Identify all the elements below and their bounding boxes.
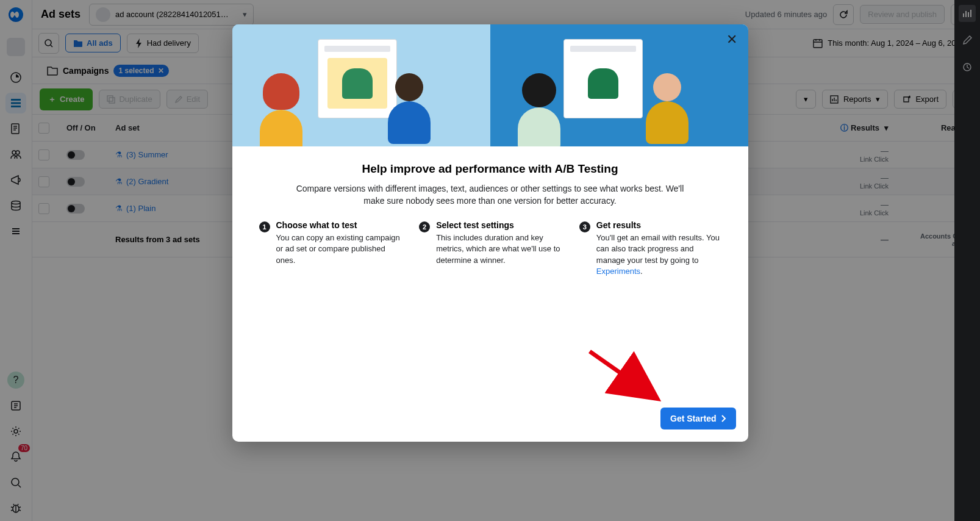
modal-steps: 1 Choose what to test You can copy an ex… — [259, 220, 721, 277]
ab-test-modal: ✕ Help improve ad performance with A/B T… — [232, 24, 748, 442]
get-started-button[interactable]: Get Started — [660, 408, 735, 429]
step-number-icon: 1 — [259, 221, 270, 232]
modal-desc: Compare versions with different images, … — [286, 183, 695, 207]
step-1: 1 Choose what to test You can copy an ex… — [259, 220, 401, 277]
chevron-right-icon — [721, 415, 726, 422]
step-3-body: You'll get an email with results. You ca… — [596, 232, 721, 277]
step-3: 3 Get results You'll get an email with r… — [579, 220, 721, 277]
modal-title: Help improve ad performance with A/B Tes… — [259, 162, 721, 176]
experiments-link[interactable]: Experiments — [596, 267, 640, 276]
close-button[interactable]: ✕ — [723, 31, 741, 49]
modal-hero — [232, 24, 748, 146]
step-2: 2 Select test settings This includes dur… — [419, 220, 561, 277]
step-number-icon: 3 — [579, 221, 590, 232]
modal-overlay[interactable]: ✕ Help improve ad performance with A/B T… — [0, 0, 980, 521]
step-number-icon: 2 — [419, 221, 430, 232]
